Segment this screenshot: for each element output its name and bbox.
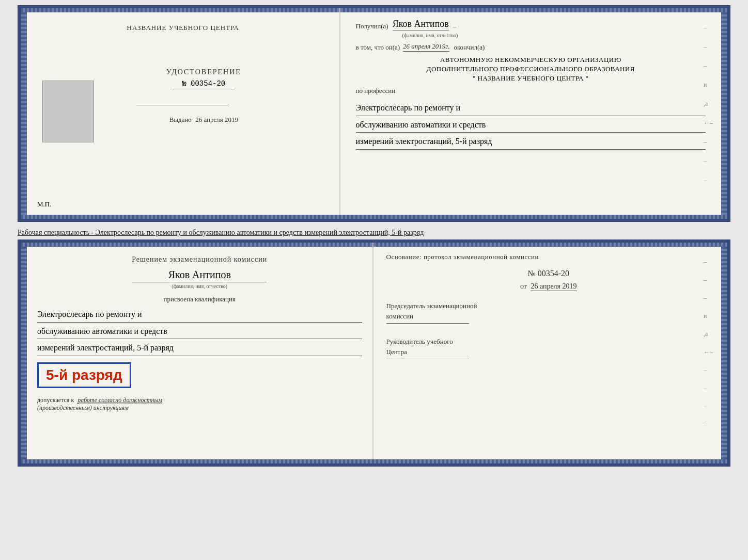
fio-label-top: (фамилия, имя, отчество): [402, 33, 706, 38]
prof-line1: Электрослесарь по ремонту и: [356, 101, 706, 116]
deco-dash2: –: [704, 43, 713, 51]
rukovoditel-sign-line: [386, 359, 469, 359]
dopuskaetsya-block: допускается к работе согласно должностны…: [37, 396, 362, 412]
prof-line2: обслуживанию автоматики и средств: [356, 118, 706, 133]
dopuskaetsya-text2: (производственным) инструкциям: [37, 404, 129, 411]
mp-label: М.П.: [37, 200, 51, 209]
profession-block-top: Электрослесарь по ремонту и обслуживанию…: [356, 101, 706, 152]
protocol-date-prefix: от: [520, 282, 527, 290]
deco-b2: –: [704, 276, 713, 284]
deco-b4: и: [704, 312, 713, 320]
chairman-line1: Председатель экзаменационной: [386, 301, 711, 311]
left-border: [21, 8, 27, 219]
osnov-title: Основание: протокол экзаменационной коми…: [386, 253, 711, 261]
fio-label-bottom: (фамилия, имя, отчество): [37, 283, 362, 289]
deco-dash4: и: [704, 81, 713, 89]
left-border-bottom: [21, 243, 27, 463]
org-quote: " НАЗВАНИЕ УЧЕБНОГО ЦЕНТРА ": [356, 74, 706, 83]
protocol-date-value: 26 апреля 2019: [531, 282, 576, 291]
udostoverenie-title: УДОСТОВЕРЕНИЕ: [166, 68, 241, 76]
vydano-block: Выдано 26 апреля 2019: [169, 116, 238, 124]
deco-b5: ,а: [704, 330, 713, 338]
chairman-line2: комиссии: [386, 311, 711, 322]
deco-dash7: –: [704, 138, 713, 146]
okonchil-label: окончил(а): [454, 43, 485, 52]
right-deco-top: – – – и ,а ←– – – –: [704, 24, 713, 184]
deco-b9: –: [704, 403, 713, 410]
qual-line1: Электрослесарь по ремонту и: [37, 308, 362, 323]
chairman-block: Председатель экзаменационной комиссии: [386, 301, 711, 324]
rukovoditel-block: Руководитель учебного Центра: [386, 337, 711, 359]
org-line1: АВТОНОМНУЮ НЕКОММЕРЧЕСКУЮ ОРГАНИЗАЦИЮ: [356, 56, 706, 64]
right-deco-bottom: – – – и ,а ←– – – – –: [704, 258, 713, 428]
deco-b10: –: [704, 421, 713, 428]
name-underline: [132, 282, 267, 282]
vtom-line: в том, что он(а) 26 апреля 2019г. окончи…: [356, 42, 706, 52]
recipient-name-top: Яков Антипов: [393, 19, 449, 30]
poluchil-line: Получил(а) Яков Антипов –: [356, 19, 706, 30]
protocol-date: от 26 апреля 2019: [386, 282, 711, 291]
rank-text: 5-й разряд: [46, 367, 122, 383]
chairman-sign-line: [386, 323, 469, 324]
deco-b8: –: [704, 385, 713, 392]
deco-b1: –: [704, 258, 713, 266]
photo-placeholder: [42, 81, 94, 142]
deco-dash1: –: [704, 24, 713, 31]
qual-line2: обслуживанию автоматики и средств: [37, 325, 362, 340]
komissia-title: Решением экзаменационной комиссии: [37, 255, 362, 264]
bottom-right-page: Основание: протокол экзаменационной коми…: [373, 243, 722, 463]
protocol-number: № 00354-20: [386, 269, 711, 278]
prof-line3: измерений электростанций, 5-й разряд: [356, 135, 706, 150]
poluchil-label: Получил(а): [356, 22, 388, 30]
bottom-diploma-book: Решением экзаменационной комиссии Яков А…: [18, 239, 730, 467]
top-diploma-book: НАЗВАНИЕ УЧЕБНОГО ЦЕНТРА УДОСТОВЕРЕНИЕ №…: [18, 5, 730, 222]
deco-dash9: –: [704, 177, 713, 184]
dopuskaetsya-text: работе согласно должностным: [77, 396, 162, 404]
rank-badge: 5-й разряд: [37, 362, 131, 388]
bottom-left-page: Решением экзаменационной комиссии Яков А…: [27, 243, 373, 463]
top-right-page: Получил(а) Яков Антипов – (фамилия, имя,…: [340, 8, 721, 219]
training-center-top: НАЗВАНИЕ УЧЕБНОГО ЦЕНТРА: [127, 24, 239, 32]
deco-dash3: –: [704, 62, 713, 70]
deco-b6: ←–: [704, 348, 713, 356]
vydano-date: 26 апреля 2019: [195, 116, 238, 123]
dash1: –: [453, 22, 457, 30]
dopuskaetsya-label: допускается к: [37, 396, 74, 404]
org-line2: ДОПОЛНИТЕЛЬНОГО ПРОФЕССИОНАЛЬНОГО ОБРАЗО…: [356, 65, 706, 73]
vtom-date: 26 апреля 2019г.: [403, 42, 449, 52]
po-professii-label: по профессии: [356, 87, 706, 95]
right-border-top: [721, 8, 727, 219]
vydano-label: Выдано: [169, 116, 192, 123]
rukovoditel-line2: Центра: [386, 347, 711, 357]
deco-dash8: –: [704, 157, 713, 165]
top-left-page: НАЗВАНИЕ УЧЕБНОГО ЦЕНТРА УДОСТОВЕРЕНИЕ №…: [27, 8, 340, 219]
rukovoditel-line1: Руководитель учебного: [386, 337, 711, 347]
vtom-label: в том, что он(а): [356, 43, 400, 52]
recipient-name-bottom: Яков Антипов: [37, 269, 362, 281]
udostoverenie-block: УДОСТОВЕРЕНИЕ № 00354-20: [166, 68, 241, 89]
qual-lines: Электрослесарь по ремонту и обслуживанию…: [37, 308, 362, 356]
deco-dash6: ←–: [704, 119, 713, 127]
specialty-text: Рабочая специальность - Электрослесарь п…: [18, 229, 730, 237]
prisvoena-text: присвоена квалификация: [37, 295, 362, 303]
doc-number: № 00354-20: [173, 79, 235, 89]
deco-dash5: ,а: [704, 100, 713, 108]
right-border-bottom: [721, 243, 727, 463]
qual-line3: измерений электростанций, 5-й разряд: [37, 341, 362, 356]
deco-b3: –: [704, 294, 713, 302]
official-block: Председатель экзаменационной комиссии Ру…: [386, 301, 711, 359]
deco-b7: –: [704, 366, 713, 374]
signature-line-left: [136, 105, 229, 105]
